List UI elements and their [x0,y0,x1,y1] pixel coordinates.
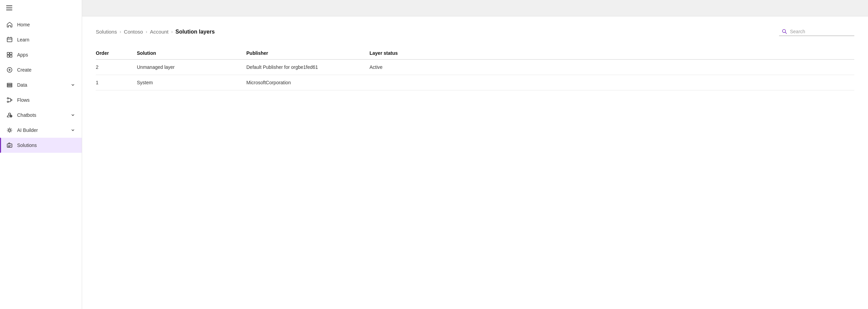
breadcrumb-solutions[interactable]: Solutions [96,29,117,35]
page-header: Solutions › Contoso › Account › Solution… [96,27,854,36]
svg-rect-2 [10,52,12,54]
content-area: Solutions › Contoso › Account › Solution… [82,16,868,309]
chatbots-icon [6,112,13,119]
sidebar-item-label-learn: Learn [17,37,76,42]
sidebar-item-home[interactable]: Home [0,17,82,32]
svg-rect-4 [10,55,12,57]
sidebar-item-label-apps: Apps [17,52,76,58]
svg-line-17 [785,32,787,34]
sidebar-item-learn[interactable]: Learn [0,32,82,47]
sidebar-item-label-data: Data [17,82,66,88]
svg-point-10 [11,99,12,101]
table-row: 2 Unmanaged layer Default Publisher for … [96,60,854,75]
cell-status-1: Active [370,60,854,75]
table-header-row: Order Solution Publisher Layer status [96,47,854,60]
page-title: Solution layers [176,29,215,35]
sidebar-item-data[interactable]: Data [0,77,82,92]
main-content: Solutions › Contoso › Account › Solution… [82,0,868,309]
solutions-icon [6,142,13,149]
chevron-down-icon-ai-builder [70,127,76,133]
sidebar-item-label-create: Create [17,67,76,73]
svg-rect-6 [7,83,12,84]
chevron-down-icon-data [70,82,76,88]
data-icon [6,82,13,88]
sidebar-item-label-flows: Flows [17,97,76,103]
cell-order-1: 2 [96,60,137,75]
home-icon [6,21,13,28]
col-header-solution: Solution [137,47,246,60]
svg-rect-1 [7,52,9,54]
breadcrumb-sep-2: › [146,29,147,34]
sidebar-item-label-chatbots: Chatbots [17,112,66,118]
sidebar-item-apps[interactable]: Apps [0,47,82,62]
search-box[interactable] [779,27,854,36]
sidebar-item-ai-builder[interactable]: AI Builder [0,123,82,138]
sidebar-item-create[interactable]: Create [0,62,82,77]
solution-layers-table: Order Solution Publisher Layer status 2 [96,47,854,90]
create-icon [6,66,13,73]
svg-rect-7 [7,85,12,86]
sidebar-item-chatbots[interactable]: Chatbots [0,108,82,123]
sidebar: Home Learn Apps [0,0,82,309]
svg-rect-8 [7,86,12,87]
search-icon [782,29,787,34]
apps-icon [6,51,13,58]
chevron-down-icon-chatbots [70,112,76,118]
breadcrumb-account[interactable]: Account [150,29,168,35]
col-header-publisher: Publisher [246,47,370,60]
sidebar-item-label-ai-builder: AI Builder [17,127,66,133]
col-header-order: Order [96,47,137,60]
ai-builder-icon [6,127,13,134]
cell-publisher-2: MicrosoftCorporation [246,75,370,90]
sidebar-item-solutions[interactable]: Solutions [0,138,82,153]
flows-icon [6,97,13,103]
top-bar [82,0,868,16]
breadcrumb: Solutions › Contoso › Account › Solution… [96,29,215,35]
search-input[interactable] [790,29,852,34]
svg-point-12 [9,113,11,115]
svg-rect-0 [7,38,12,42]
sidebar-item-flows[interactable]: Flows [0,92,82,108]
breadcrumb-sep-1: › [120,29,121,34]
svg-point-14 [9,129,11,131]
svg-rect-3 [7,55,9,57]
cell-status-2 [370,75,854,90]
hamburger-button[interactable] [0,0,82,16]
breadcrumb-contoso[interactable]: Contoso [124,29,143,35]
table-row: 1 System MicrosoftCorporation [96,75,854,90]
sidebar-item-label-home: Home [17,22,76,27]
learn-icon [6,36,13,43]
sidebar-item-label-solutions: Solutions [17,143,76,148]
breadcrumb-sep-3: › [171,29,172,34]
cell-solution-2: System [137,75,246,90]
col-header-layer-status: Layer status [370,47,854,60]
sidebar-nav: Home Learn Apps [0,16,82,153]
cell-solution-1: Unmanaged layer [137,60,246,75]
hamburger-icon [6,5,12,10]
cell-order-2: 1 [96,75,137,90]
cell-publisher-1: Default Publisher for orgbe1fed61 [246,60,370,75]
